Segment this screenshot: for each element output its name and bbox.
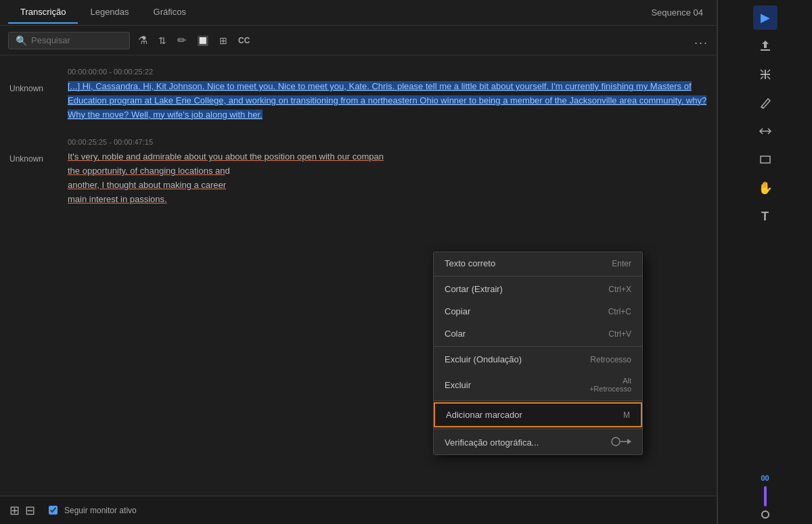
svg-line-4 bbox=[761, 107, 763, 108]
menu-label-excluir: Excluir bbox=[445, 380, 471, 390]
context-menu-verificacao[interactable]: Verificação ortográfica... bbox=[434, 431, 642, 454]
text-span-member: member bbox=[510, 95, 543, 105]
sidebar-brush-icon[interactable] bbox=[753, 91, 777, 115]
transcript-text-2[interactable]: It's very, noble and admirable about you… bbox=[68, 150, 707, 206]
text-span-d: d bbox=[225, 166, 229, 176]
context-menu-copiar[interactable]: Copiar Ctrl+C bbox=[434, 300, 642, 323]
tabs-bar: Transcrição Legendas Gráficos Sequence 0… bbox=[0, 0, 717, 26]
content-area: Unknown 00:00:00:00 - 00:00:25:22 [...] … bbox=[0, 55, 717, 496]
tab-transcricao[interactable]: Transcrição bbox=[8, 1, 78, 24]
text-span-it: It's very, noble and admirable about you… bbox=[68, 151, 230, 162]
follow-monitor-checkbox[interactable] bbox=[49, 506, 58, 515]
svg-rect-3 bbox=[761, 49, 770, 51]
search-input[interactable] bbox=[31, 35, 119, 45]
sidebar-marker bbox=[764, 486, 767, 506]
transcript-body-2: 00:00:25:25 - 00:00:47:15 It's very, nob… bbox=[68, 138, 707, 206]
sequence-label: Sequence 04 bbox=[651, 7, 708, 18]
search-box[interactable]: 🔍 bbox=[8, 32, 130, 49]
bottom-icon-1[interactable]: ⊞ bbox=[9, 503, 20, 518]
text-span-about: bout the position open with our compa bbox=[230, 151, 379, 162]
menu-label-cortar: Cortar (Extrair) bbox=[445, 284, 503, 294]
sidebar-expand-icon[interactable] bbox=[753, 62, 777, 87]
menu-label-copiar: Copiar bbox=[445, 306, 470, 316]
menu-shortcut-cortar: Ctrl+X bbox=[608, 285, 631, 294]
context-menu-texto-correto[interactable]: Texto correto Enter bbox=[434, 252, 642, 275]
bottom-icon-2[interactable]: ⊟ bbox=[25, 503, 35, 518]
follow-monitor-label: Seguir monitor ativo bbox=[64, 506, 137, 515]
svg-rect-5 bbox=[761, 156, 770, 163]
menu-label-texto-correto: Texto correto bbox=[445, 258, 495, 268]
menu-label-adicionar-marcador: Adicionar marcador bbox=[446, 410, 522, 420]
menu-divider-4 bbox=[434, 429, 642, 429]
sidebar-number: 00 bbox=[761, 474, 769, 482]
menu-divider-2 bbox=[434, 346, 642, 347]
sort-icon[interactable]: ⇅ bbox=[156, 34, 169, 47]
right-sidebar: ▶ ✋ T 00 bbox=[717, 0, 812, 524]
sidebar-export-icon[interactable] bbox=[753, 34, 777, 58]
context-menu: Texto correto Enter Cortar (Extrair) Ctr… bbox=[433, 252, 643, 455]
timestamp-2: 00:00:25:25 - 00:00:47:15 bbox=[68, 138, 707, 146]
svg-marker-2 bbox=[627, 439, 631, 444]
menu-shortcut-copiar: Ctrl+C bbox=[608, 307, 631, 316]
sidebar-hand-icon[interactable]: ✋ bbox=[753, 176, 777, 200]
layout-icon[interactable]: ⊞ bbox=[217, 34, 230, 47]
bottom-bar-icons: ⊞ ⊟ bbox=[9, 503, 35, 518]
transcript-body: 00:00:00:00 - 00:00:25:22 [...] Hi, Cass… bbox=[68, 68, 707, 122]
transcript-text-1[interactable]: [...] Hi, Cassandra. Hi, Kit Johnson. Ni… bbox=[68, 80, 707, 122]
text-span-main: main interest in passions. bbox=[68, 194, 167, 204]
text-span-n: n bbox=[379, 151, 384, 162]
text-span-another: another, I thought about making a career bbox=[68, 180, 226, 190]
tab-graficos[interactable]: Gráficos bbox=[141, 1, 198, 24]
menu-shortcut-verificacao bbox=[611, 437, 631, 448]
speaker-name-2: Unknown bbox=[9, 138, 57, 206]
text-span-along: along with her. bbox=[206, 110, 263, 120]
tabs-left: Transcrição Legendas Gráficos bbox=[8, 1, 198, 24]
menu-label-colar: Colar bbox=[445, 329, 466, 339]
menu-shortcut-texto-correto: Enter bbox=[612, 259, 631, 268]
menu-shortcut-colar: Ctrl+V bbox=[608, 329, 631, 339]
context-menu-adicionar-marcador[interactable]: Adicionar marcador M bbox=[434, 402, 642, 427]
cc-icon[interactable]: CC bbox=[235, 34, 252, 47]
timestamp: 00:00:00:00 - 00:00:25:22 bbox=[68, 68, 707, 76]
bottom-bar: ⊞ ⊟ Seguir monitor ativo bbox=[0, 496, 717, 524]
menu-shortcut-excluir: Alt+Retrocesso bbox=[589, 377, 631, 393]
menu-label-verificacao: Verificação ortográfica... bbox=[445, 437, 539, 448]
sidebar-play-icon[interactable]: ▶ bbox=[753, 5, 777, 30]
menu-divider-3 bbox=[434, 400, 642, 401]
menu-divider-1 bbox=[434, 276, 642, 277]
more-options-button[interactable]: ... bbox=[694, 33, 708, 47]
sidebar-circle bbox=[761, 510, 769, 519]
tab-legendas[interactable]: Legendas bbox=[78, 1, 141, 24]
filter-icon[interactable]: ⚗ bbox=[135, 32, 150, 48]
search-icon: 🔍 bbox=[16, 35, 27, 46]
transcript-entry-2: Unknown 00:00:25:25 - 00:00:47:15 It's v… bbox=[0, 133, 717, 212]
menu-shortcut-excluir-ondulacao: Retrocesso bbox=[590, 355, 631, 364]
context-menu-excluir-ondulacao[interactable]: Excluir (Ondulação) Retrocesso bbox=[434, 348, 642, 371]
context-menu-cortar[interactable]: Cortar (Extrair) Ctrl+X bbox=[434, 278, 642, 300]
export-icon[interactable]: 🔲 bbox=[194, 34, 211, 47]
sidebar-rectangle-icon[interactable] bbox=[753, 147, 777, 172]
edit-icon[interactable]: ✏ bbox=[175, 32, 189, 48]
transcript-entry: Unknown 00:00:00:00 - 00:00:25:22 [...] … bbox=[0, 62, 717, 127]
context-menu-excluir[interactable]: Excluir Alt+Retrocesso bbox=[434, 371, 642, 399]
context-menu-colar[interactable]: Colar Ctrl+V bbox=[434, 323, 642, 345]
main-panel: Transcrição Legendas Gráficos Sequence 0… bbox=[0, 0, 717, 524]
sidebar-resize-icon[interactable] bbox=[753, 119, 777, 143]
toolbar: 🔍 ⚗ ⇅ ✏ 🔲 ⊞ CC ... bbox=[0, 26, 717, 55]
sidebar-text-icon[interactable]: T bbox=[753, 204, 777, 229]
menu-shortcut-adicionar-marcador: M bbox=[623, 410, 630, 420]
menu-label-excluir-ondulacao: Excluir (Ondulação) bbox=[445, 354, 522, 364]
speaker-name: Unknown bbox=[9, 68, 57, 122]
svg-point-0 bbox=[612, 437, 620, 446]
text-span-opp: the opportunity, of changing locations a… bbox=[68, 166, 225, 176]
